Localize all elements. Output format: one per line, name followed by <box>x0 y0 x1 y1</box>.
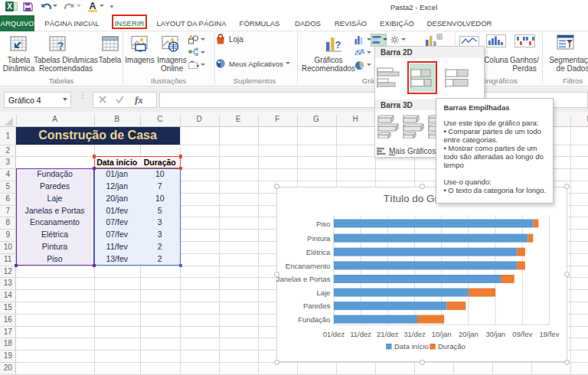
svg-text:20/jan: 20/jan <box>459 330 479 338</box>
svg-text:09/fev: 09/fev <box>513 330 533 338</box>
svg-text:30/jan: 30/jan <box>486 330 506 338</box>
svg-text:Piso: Piso <box>316 219 330 227</box>
svg-text:Elétrica: Elétrica <box>306 248 331 256</box>
svg-text:11/dez: 11/dez <box>351 330 372 338</box>
svg-text:01/dez: 01/dez <box>323 330 345 338</box>
svg-text:Pintura: Pintura <box>308 234 332 243</box>
svg-text:fx: fx <box>135 95 143 105</box>
svg-text:19/fev: 19/fev <box>540 330 560 338</box>
svg-text:Data início: Data início <box>394 342 429 351</box>
svg-text:Laje: Laje <box>317 289 331 297</box>
svg-text:Janelas e Portas: Janelas e Portas <box>276 275 331 283</box>
svg-text:X: X <box>7 2 12 11</box>
svg-text:31/dez: 31/dez <box>404 330 426 338</box>
svg-text:Fundação: Fundação <box>299 315 331 324</box>
svg-text:?: ? <box>335 39 341 51</box>
svg-text:Encanamento: Encanamento <box>286 261 331 269</box>
svg-text:21/dez: 21/dez <box>377 330 399 338</box>
svg-text:10/jan: 10/jan <box>432 330 452 338</box>
svg-text:Paredes: Paredes <box>303 302 331 310</box>
svg-text:?: ? <box>57 40 64 52</box>
svg-text:Duração: Duração <box>438 342 466 351</box>
